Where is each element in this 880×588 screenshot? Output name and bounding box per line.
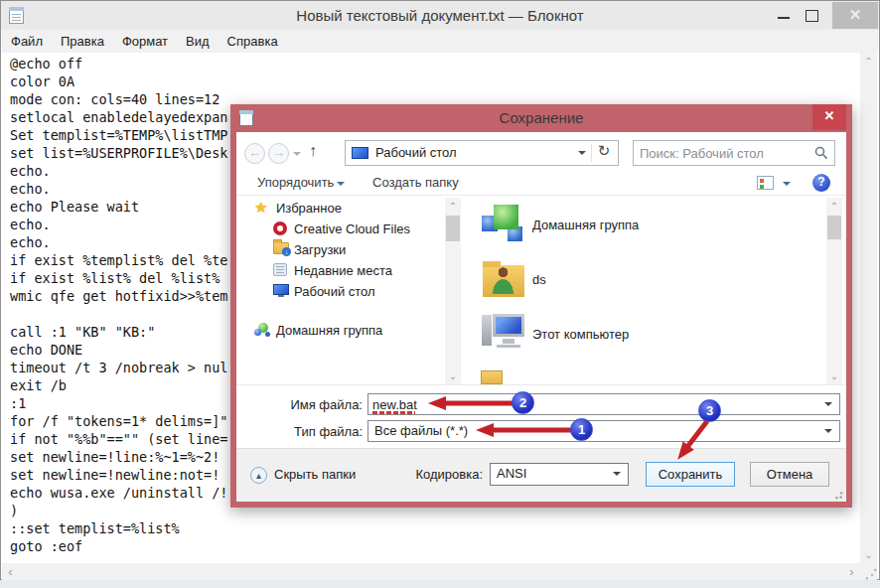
file-item-label: Этот компьютер [532, 327, 629, 342]
window-title: Новый текстовый документ.txt — Блокнот [1, 1, 879, 30]
organize-chevron-down-icon[interactable] [337, 182, 345, 190]
code-line: @echo off [10, 55, 860, 73]
sidebar-item[interactable]: Рабочий стол [236, 281, 465, 302]
dialog-toolbar: Упорядочить Создать папку [236, 170, 846, 196]
sidebar-item-label: Недавние места [294, 260, 392, 281]
menu-bar: ФайлПравкаФорматВидСправка [2, 30, 878, 53]
scroll-down-icon[interactable] [826, 368, 842, 384]
history-chevron-down-icon[interactable] [293, 152, 301, 160]
menu-item[interactable]: Формат [113, 30, 177, 53]
file-item-icon [481, 312, 526, 356]
scroll-up-icon[interactable] [445, 198, 461, 215]
breadcrumb[interactable]: Рабочий стол [375, 141, 457, 165]
encoding-value: ANSI [497, 464, 526, 484]
filetype-chevron-down-icon[interactable] [824, 429, 832, 437]
dialog-close-icon[interactable] [812, 104, 846, 130]
partial-folder-icon[interactable] [481, 370, 503, 384]
sidebar-item-icon [254, 323, 271, 338]
filetype-value: Все файлы (*.*) [374, 421, 468, 441]
file-item-icon [481, 203, 526, 246]
menu-item[interactable]: Правка [52, 30, 113, 53]
desktop-location-icon [352, 147, 368, 159]
address-bar[interactable]: Рабочий стол [345, 140, 619, 166]
window-resize-grip[interactable] [860, 563, 877, 580]
sidebar-scrollbar[interactable] [445, 198, 461, 384]
encoding-dropdown[interactable]: ANSI [490, 463, 629, 486]
sidebar-item-icon [273, 284, 289, 295]
annotation-badge-3: 3 [698, 399, 721, 422]
sidebar-item[interactable]: Домашняя группа [236, 320, 465, 341]
sidebar-item[interactable]: Creative Cloud Files [236, 219, 465, 239]
search-input[interactable] [640, 142, 804, 164]
editor-horizontal-scrollbar[interactable] [2, 563, 860, 580]
scroll-down-icon[interactable] [445, 368, 461, 384]
file-item-label: ds [532, 272, 546, 287]
refresh-icon[interactable] [593, 142, 615, 164]
save-dialog-titlebar[interactable]: Сохранение [230, 104, 852, 132]
filename-chevron-down-icon[interactable] [824, 402, 832, 410]
scroll-right-icon[interactable] [843, 563, 860, 580]
filename-combo[interactable] [367, 393, 840, 415]
sidebar-item[interactable]: Загрузки [236, 239, 465, 260]
scroll-up-icon[interactable] [826, 198, 842, 215]
sidebar-item[interactable]: Недавние места [236, 260, 465, 281]
new-folder-button[interactable]: Создать папку [372, 170, 459, 196]
filename-label: Имя файла: [243, 397, 363, 412]
file-item-label: Домашняя группа [532, 218, 639, 232]
minimize-icon[interactable] [774, 5, 794, 25]
help-icon[interactable] [812, 174, 830, 192]
sidebar-item-label: Домашняя группа [276, 320, 382, 341]
scroll-left-icon[interactable] [2, 563, 19, 580]
scrollbar-thumb[interactable] [446, 216, 460, 241]
code-line: goto :eof [10, 537, 860, 555]
search-box[interactable] [633, 140, 835, 166]
filetype-dropdown[interactable]: Все файлы (*.*) [367, 420, 840, 442]
annotation-badge-1: 1 [570, 418, 593, 441]
save-button[interactable]: Сохранить [646, 462, 735, 487]
search-icon[interactable] [814, 146, 828, 160]
sidebar-item-icon [273, 263, 287, 276]
save-dialog-title: Сохранение [230, 104, 852, 132]
sidebar-item-label: Рабочий стол [294, 281, 375, 302]
list-item[interactable]: Домашняя группа [467, 198, 824, 252]
menu-item[interactable]: Вид [177, 30, 219, 53]
menu-item[interactable]: Справка [219, 30, 287, 53]
encoding-chevron-down-icon[interactable] [613, 472, 621, 480]
code-line: color 0A [10, 73, 860, 90]
maximize-icon[interactable] [802, 5, 821, 25]
collapse-up-icon [250, 467, 267, 484]
code-line: ::set templist=%list% [10, 519, 860, 537]
close-icon[interactable] [832, 2, 878, 29]
hide-folders-label: Скрыть папки [274, 467, 356, 482]
scroll-down-icon[interactable] [860, 546, 877, 563]
back-icon[interactable] [244, 143, 265, 164]
list-divider [236, 384, 846, 385]
save-dialog: Сохранение Рабочий стол [230, 104, 852, 508]
save-dialog-body: Рабочий стол Упорядочить Создать папку [236, 132, 846, 502]
sidebar-item-icon [273, 221, 287, 235]
scroll-up-icon[interactable] [860, 53, 877, 70]
editor-vertical-scrollbar[interactable] [860, 53, 877, 563]
list-item[interactable]: Этот компьютер [467, 307, 824, 362]
navigation-pane: Избранное Creative Cloud Files Загрузки [236, 198, 465, 384]
encoding-label: Кодировка: [360, 467, 483, 482]
red-underline-annotation [372, 411, 415, 414]
scrollbar-thumb[interactable] [827, 216, 841, 239]
cancel-button[interactable]: Отмена [750, 462, 829, 487]
sidebar-item[interactable]: Избранное [236, 198, 465, 219]
screenshot-stage: Новый текстовый документ.txt — Блокнот Ф… [0, 0, 880, 588]
organize-button[interactable]: Упорядочить [257, 170, 334, 196]
change-view-icon[interactable] [757, 176, 774, 190]
address-divider [591, 144, 592, 162]
forward-icon[interactable] [268, 143, 289, 164]
filetype-label: Тип файла: [243, 424, 363, 439]
dialog-resize-grip[interactable] [831, 488, 843, 500]
menu-item[interactable]: Файл [2, 30, 52, 53]
sidebar-item-label: Избранное [276, 198, 342, 219]
address-chevron-down-icon[interactable] [578, 151, 586, 159]
file-list-scrollbar[interactable] [826, 198, 842, 384]
up-one-level-icon[interactable] [304, 142, 322, 164]
views-chevron-down-icon[interactable] [783, 182, 791, 190]
list-item[interactable]: ds [467, 252, 824, 307]
notepad-titlebar[interactable]: Новый текстовый документ.txt — Блокнот [1, 1, 879, 30]
